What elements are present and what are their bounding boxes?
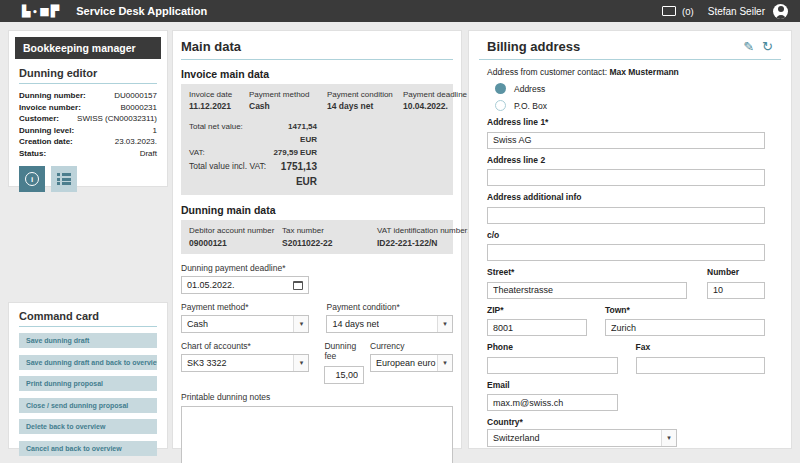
list-icon bbox=[57, 172, 71, 187]
radio-address[interactable]: Address bbox=[495, 83, 765, 94]
total-value: 1471,54 EUR bbox=[269, 120, 317, 146]
vat-row: VAT: 279,59 EUR bbox=[189, 146, 445, 159]
chevron-down-icon: ▾ bbox=[661, 430, 676, 446]
deadline-value: 01.05.2022. bbox=[187, 280, 235, 290]
info-value: 23.03.2023. bbox=[115, 136, 157, 148]
chevron-down-icon: ▾ bbox=[293, 355, 308, 371]
printable-dunning-notes-label: Printable dunning notes bbox=[181, 392, 453, 402]
app-title: Service Desk Application bbox=[76, 5, 207, 17]
payment-condition-label: Payment condition* bbox=[326, 302, 453, 312]
radio-po-box[interactable]: P.O. Box bbox=[495, 100, 765, 111]
chart-of-accounts-select[interactable]: SK3 3322 ▾ bbox=[181, 354, 309, 372]
info-row-creation-date: Creation date: 23.03.2023. bbox=[19, 136, 157, 148]
panel-header-bookkeeping-manager: Bookkeeping manager bbox=[15, 37, 161, 59]
user-avatar-icon[interactable] bbox=[773, 4, 788, 19]
address-additional-info-label: Address additional info bbox=[487, 192, 765, 202]
email-input[interactable] bbox=[487, 394, 618, 411]
address-line-1-input[interactable] bbox=[487, 132, 765, 149]
number-input[interactable] bbox=[707, 282, 765, 299]
main-data-title: Main data bbox=[181, 39, 453, 60]
chart-of-accounts-label: Chart of accounts* bbox=[181, 341, 309, 351]
dunning-editor-title: Dunning editor bbox=[19, 67, 157, 84]
main-data-panel: Main data Invoice main data Invoice date… bbox=[172, 30, 462, 449]
info-label: Dunning level: bbox=[19, 125, 74, 137]
printable-dunning-notes-textarea[interactable] bbox=[181, 406, 453, 463]
column-header: Invoice date bbox=[189, 90, 249, 99]
dunning-payment-deadline-input[interactable]: 01.05.2022. bbox=[181, 276, 309, 294]
save-draft-back-overview-button[interactable]: Save dunning draft and back to overview bbox=[19, 355, 157, 370]
dunning-fee-label: Dunning fee bbox=[324, 341, 364, 361]
user-name[interactable]: Stefan Seiler bbox=[708, 6, 765, 17]
info-button[interactable]: i bbox=[19, 166, 45, 192]
currency-selected: European euro bbox=[376, 358, 436, 368]
info-label: Status: bbox=[19, 148, 46, 160]
info-row-dunning-level: Dunning level: 1 bbox=[19, 125, 157, 137]
info-row-invoice-number: Invoice number: B0000231 bbox=[19, 102, 157, 114]
info-label: Invoice number: bbox=[19, 102, 81, 114]
invoice-date-value: 11.12.2021 bbox=[189, 101, 249, 111]
info-value: DU0000157 bbox=[114, 90, 157, 102]
command-card-title: Command card bbox=[19, 310, 157, 327]
list-view-button[interactable] bbox=[51, 166, 77, 192]
address-additional-info-input[interactable] bbox=[487, 207, 765, 224]
country-selected: Switzerland bbox=[493, 433, 540, 443]
dunning-info-box: Debitor account number Tax number VAT id… bbox=[181, 220, 453, 254]
dunning-main-data-title: Dunning main data bbox=[181, 204, 453, 216]
cancel-back-overview-button[interactable]: Cancel and back to overview bbox=[19, 441, 157, 456]
column-header: Payment method bbox=[249, 90, 327, 99]
zip-input[interactable] bbox=[487, 319, 587, 336]
status-badge: Draft bbox=[140, 148, 157, 160]
edit-address-button[interactable]: ✎ bbox=[743, 40, 754, 53]
total-incl-vat-row: Total value incl. VAT: 1751,13 EUR bbox=[189, 159, 445, 189]
currency-select[interactable]: European euro ▾ bbox=[370, 354, 453, 372]
info-value: B0000231 bbox=[121, 102, 157, 114]
payment-condition-select[interactable]: 14 days net ▾ bbox=[326, 315, 453, 333]
radio-selected-icon[interactable] bbox=[495, 83, 506, 94]
street-input[interactable] bbox=[487, 282, 687, 299]
address-line-1-label: Address line 1* bbox=[487, 117, 765, 127]
payment-condition-value: 14 days net bbox=[327, 101, 403, 111]
fax-input[interactable] bbox=[636, 357, 766, 374]
info-value: SWISS (CN00032311) bbox=[77, 113, 157, 125]
close-send-dunning-proposal-button[interactable]: Close / send dunning proposal bbox=[19, 398, 157, 413]
invoice-main-data-title: Invoice main data bbox=[181, 68, 453, 80]
debitor-account-number-value: 09000121 bbox=[189, 238, 282, 248]
phone-input[interactable] bbox=[487, 357, 618, 374]
radio-label: P.O. Box bbox=[514, 101, 547, 111]
payment-method-select[interactable]: Cash ▾ bbox=[181, 315, 309, 333]
chart-of-accounts-selected: SK3 3322 bbox=[187, 358, 227, 368]
co-label: c/o bbox=[487, 230, 765, 240]
bookkeeping-manager-panel: Bookkeeping manager Dunning editor Dunni… bbox=[8, 30, 168, 187]
tax-number-value: S2011022-22 bbox=[282, 238, 377, 248]
refresh-address-button[interactable]: ↻ bbox=[762, 40, 773, 53]
save-dunning-draft-button[interactable]: Save dunning draft bbox=[19, 333, 157, 348]
address-line-2-input[interactable] bbox=[487, 169, 765, 186]
radio-unselected-icon[interactable] bbox=[495, 100, 506, 111]
fax-label: Fax bbox=[636, 342, 766, 352]
total-label: Total net value: bbox=[189, 120, 269, 146]
co-input[interactable] bbox=[487, 244, 765, 261]
info-label: Dunning number: bbox=[19, 90, 86, 102]
number-label: Number bbox=[707, 267, 765, 277]
column-header: Payment deadline bbox=[403, 90, 467, 99]
delete-back-overview-button[interactable]: Delete back to overview bbox=[19, 419, 157, 434]
total-label: VAT: bbox=[189, 146, 269, 159]
calendar-icon[interactable] bbox=[293, 281, 303, 290]
town-input[interactable] bbox=[605, 319, 765, 336]
column-header: VAT identification number: bbox=[377, 226, 470, 235]
currency-label: Currency bbox=[370, 341, 453, 351]
country-select[interactable]: Switzerland ▾ bbox=[487, 429, 677, 447]
zip-label: ZIP* bbox=[487, 305, 587, 315]
mail-count: (0) bbox=[682, 6, 694, 17]
column-header: Tax number bbox=[282, 226, 377, 235]
print-dunning-proposal-button[interactable]: Print dunning proposal bbox=[19, 376, 157, 391]
info-row-dunning-number: Dunning number: DU0000157 bbox=[19, 90, 157, 102]
chevron-down-icon: ▾ bbox=[293, 316, 308, 332]
info-value: 1 bbox=[153, 125, 157, 137]
logo-icon: ▙∙■▛ bbox=[22, 5, 60, 18]
dunning-fee-input[interactable] bbox=[324, 366, 364, 384]
contact-name: Max Mustermann bbox=[609, 67, 678, 77]
payment-condition-selected: 14 days net bbox=[332, 319, 379, 329]
mail-icon[interactable] bbox=[662, 6, 676, 16]
address-line-2-label: Address line 2 bbox=[487, 155, 765, 165]
